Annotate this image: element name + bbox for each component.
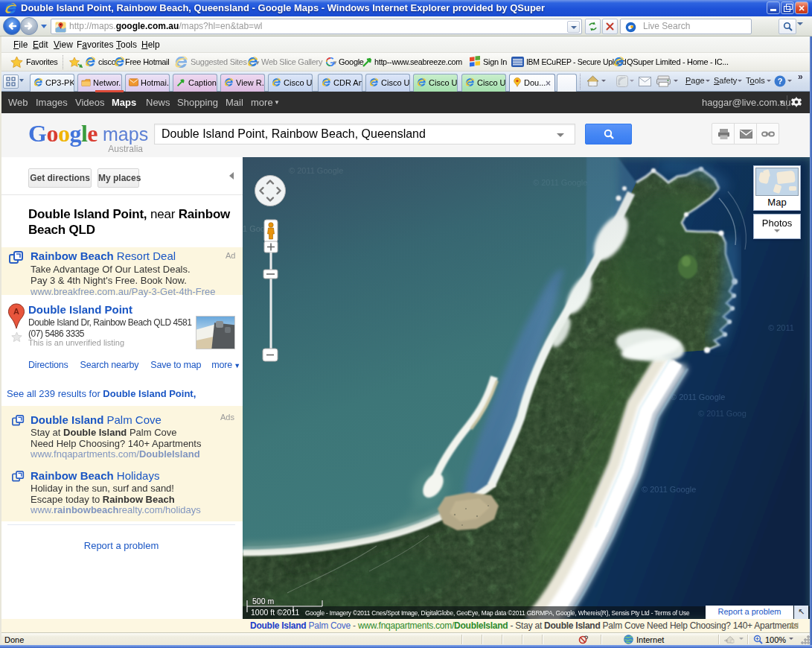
svg-text:?: ? <box>778 77 783 86</box>
svg-text:© 2011 Goog: © 2011 Goog <box>698 409 747 418</box>
svg-text:© 2011 Google: © 2011 Google <box>533 178 587 187</box>
svg-text:© 2011 Google: © 2011 Google <box>642 485 696 494</box>
svg-text:1000 ft ©2011: 1000 ft ©2011 <box>251 608 300 617</box>
svg-text:500 m: 500 m <box>252 597 274 606</box>
svg-text:© 2011 Google: © 2011 Google <box>671 393 725 401</box>
svg-text:© 2011 Google: © 2011 Google <box>289 166 343 175</box>
svg-text:© 2011: © 2011 <box>768 323 794 332</box>
svg-text:1 Goo: 1 Goo <box>243 224 265 233</box>
svg-text:A: A <box>13 307 19 316</box>
